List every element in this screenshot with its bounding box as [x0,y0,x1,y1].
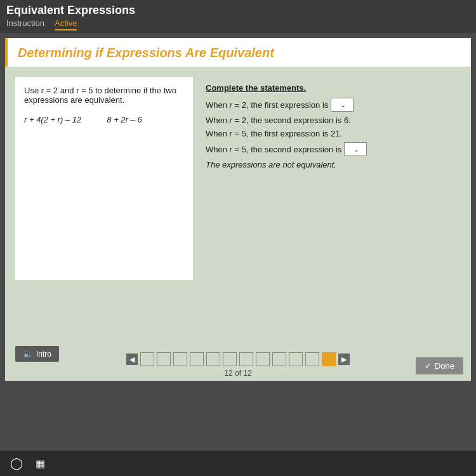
prev-page-button[interactable]: ◀ [126,354,138,365]
expression-1: r + 4(2 + r) – 12 [24,115,81,124]
app-wrapper: Equivalent Expressions Instruction Activ… [0,0,476,476]
page-box-6[interactable] [223,352,237,366]
s4-text1: When r = 5, the second expression is [206,145,341,154]
left-panel: Use r = 2 and r = 5 to determine if the … [15,77,193,280]
page-box-9[interactable] [272,352,286,366]
taskbar: ◯ ▦ [0,451,476,476]
tab-bar: Instruction Active [6,18,470,30]
page-box-4[interactable] [190,352,204,366]
page-box-2[interactable] [157,352,171,366]
s1-text1: When r = 2, the first expression is [206,100,328,110]
statement-4: When r = 5, the second expression is ⌄ [206,142,461,156]
chevron-down-icon-2: ⌄ [354,145,359,154]
statement-2: When r = 2, the second expression is 6. [206,116,461,125]
circle-icon: ◯ [10,456,23,470]
page-box-8[interactable] [256,352,270,366]
dropdown-first-r2-value [335,100,338,110]
chevron-down-icon: ⌄ [340,101,346,109]
s3-text: When r = 5, the first expression is 21. [206,129,342,138]
tab-instruction[interactable]: Instruction [6,18,44,30]
done-button-label: Done [435,361,454,371]
expression-2: 8 + 2r – 6 [107,115,142,124]
content-wrapper: Equivalent Expressions Instruction Activ… [0,0,476,451]
page-box-3[interactable] [173,352,187,366]
dropdown-second-r5[interactable]: ⌄ [344,142,367,156]
expressions-row: r + 4(2 + r) – 12 8 + 2r – 6 [24,115,184,124]
card-header: Determining if Expressions Are Equivalen… [5,38,471,67]
main-card: Determining if Expressions Are Equivalen… [5,38,471,381]
top-bar: Equivalent Expressions Instruction Activ… [0,0,476,33]
page-box-12[interactable] [322,352,336,366]
s5-text: The expressions are not equivalent. [206,160,336,169]
done-button[interactable]: ✓ Done [416,357,463,374]
pagination-area: ◀ ▶ 12 of 12 [5,346,471,381]
right-panel: Complete the statements. When r = 2, the… [206,77,461,280]
page-box-11[interactable] [305,352,319,366]
app-title: Equivalent Expressions [6,4,470,17]
dropdown-first-r2[interactable]: ⌄ [331,98,354,112]
statement-3: When r = 5, the first expression is 21. [206,129,461,138]
page-box-1[interactable] [140,352,154,366]
instruction-text: Use r = 2 and r = 5 to determine if the … [24,86,184,105]
pagination-row: ◀ ▶ [126,352,350,366]
page-box-10[interactable] [289,352,303,366]
card-body: Use r = 2 and r = 5 to determine if the … [5,67,471,290]
statement-1: When r = 2, the first expression is ⌄ [206,98,461,112]
complete-statements-label: Complete the statements. [206,83,461,93]
statement-5: The expressions are not equivalent. [206,160,461,169]
page-box-7[interactable] [239,352,253,366]
page-count: 12 of 12 [224,369,251,378]
checkmark-icon: ✓ [425,361,432,371]
card-title: Determining if Expressions Are Equivalen… [18,46,461,60]
page-box-5[interactable] [206,352,220,366]
s2-text: When r = 2, the second expression is 6. [206,116,351,125]
tab-active[interactable]: Active [55,18,77,30]
window-icon: ▦ [36,458,45,470]
next-page-button[interactable]: ▶ [338,354,350,365]
dropdown-second-r5-value [348,145,351,154]
